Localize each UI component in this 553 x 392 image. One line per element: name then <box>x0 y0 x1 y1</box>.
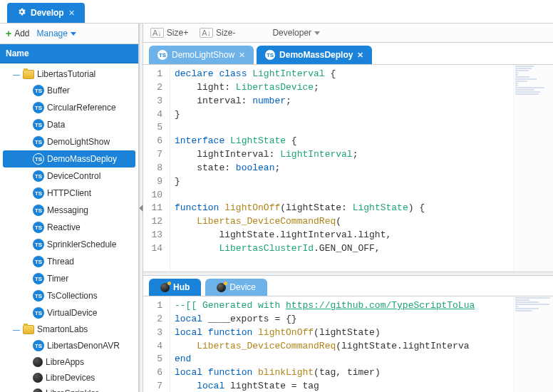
ts-icon: TS <box>33 340 44 351</box>
text-size-icon: A↓ <box>200 28 213 38</box>
tree-item[interactable]: TSSprinklerSchedule <box>0 236 138 253</box>
output-pane[interactable]: 1234567 --[[ Generated with https://gith… <box>143 296 553 392</box>
tree-item[interactable]: TSLibertasDenonAVR <box>0 337 138 354</box>
tree-item[interactable]: TSCircularReference <box>0 99 138 116</box>
size-minus-button[interactable]: A↓ Size- <box>200 28 235 38</box>
ts-icon: TS <box>33 256 44 267</box>
tree-item-label: Timer <box>47 274 68 284</box>
tab-label: DemoMassDeploy <box>279 50 353 60</box>
tree-item[interactable]: TSHTTPClient <box>0 185 138 202</box>
ts-icon: TS <box>33 187 44 199</box>
tree-item[interactable]: TSData <box>0 116 138 133</box>
ts-icon: TS <box>33 290 44 301</box>
folder-label: SmartonLabs <box>37 324 88 334</box>
tree-item[interactable]: LibreApps <box>0 354 138 370</box>
tree-item[interactable]: TSBuffer <box>0 82 138 99</box>
editor-tab[interactable]: TSDemoLightShow✕ <box>149 46 254 64</box>
ts-icon: TS <box>157 50 167 60</box>
tree-item-label: Thread <box>47 257 74 267</box>
tree-item-label: LibreApps <box>46 357 84 367</box>
tree-item-label: Messaging <box>47 205 88 215</box>
ts-icon: TS <box>33 102 44 113</box>
folder-icon <box>23 70 34 79</box>
chevron-down-icon <box>71 32 76 36</box>
file-tree[interactable]: —LibertasTutorialTSBufferTSCircularRefer… <box>0 63 138 392</box>
line-gutter: 1234567 <box>143 296 170 392</box>
tab-label: Hub <box>173 282 190 292</box>
tree-item-label: SprinklerSchedule <box>47 239 116 249</box>
ts-icon: TS <box>33 153 44 165</box>
ts-icon: TS <box>33 239 44 250</box>
close-icon[interactable]: ✕ <box>357 51 363 60</box>
tree-item-label: LibertasDenonAVR <box>47 341 120 351</box>
tree-item[interactable]: TSMessaging <box>0 202 138 219</box>
tree-item[interactable]: TSTimer <box>0 270 138 287</box>
output-tab-bar: HubDevice <box>143 276 553 296</box>
app-icon <box>33 373 43 383</box>
gear-icon <box>17 7 26 19</box>
add-label: Add <box>14 29 29 38</box>
sidebar-toolbar: + Add Manage <box>0 24 138 44</box>
tab-label: DemoLightShow <box>172 50 234 60</box>
minimap[interactable] <box>513 296 553 392</box>
tree-item[interactable]: TSThread <box>0 253 138 270</box>
tree-item-label: DeviceControl <box>47 171 100 181</box>
developer-menu[interactable]: Developer <box>272 28 320 38</box>
output-content[interactable]: --[[ Generated with https://github.com/T… <box>170 296 513 392</box>
ts-icon: TS <box>265 50 275 60</box>
ts-icon: TS <box>33 136 44 148</box>
sidebar: + Add Manage Name —LibertasTutorialTSBuf… <box>0 24 139 392</box>
text-size-icon: A↓ <box>150 28 164 38</box>
ts-icon: TS <box>33 307 44 319</box>
minimap[interactable] <box>513 65 553 272</box>
tree-folder[interactable]: —LibertasTutorial <box>0 66 138 82</box>
ts-icon: TS <box>33 205 44 216</box>
code-content[interactable]: declare class LightInterval { light: Lib… <box>170 65 513 272</box>
tree-item[interactable]: TSVirtualDevice <box>0 304 138 321</box>
collapse-icon[interactable]: — <box>13 71 20 78</box>
ts-icon: TS <box>33 85 44 96</box>
tree-item[interactable]: TSDemoLightShow <box>0 133 138 150</box>
editor-tab[interactable]: TSDemoMassDeploy✕ <box>257 46 372 64</box>
tab-label: Develop <box>31 8 64 18</box>
tree-item[interactable]: TSDemoMassDeploy <box>3 150 135 167</box>
tree-item-label: Data <box>47 120 65 130</box>
output-tab[interactable]: Hub <box>149 279 201 296</box>
tree-item-label: Buffer <box>47 86 70 96</box>
plus-icon: + <box>6 28 11 39</box>
sidebar-header[interactable]: Name <box>0 44 138 63</box>
output-tab[interactable]: Device <box>205 279 267 296</box>
tree-item[interactable]: LibreSprinkler <box>0 386 138 392</box>
editor-tab-bar: TSDemoLightShow✕TSDemoMassDeploy✕ <box>143 43 553 64</box>
ts-icon: TS <box>33 119 44 130</box>
app-icon <box>33 357 43 367</box>
tree-item[interactable]: LibreDevices <box>0 370 138 386</box>
code-editor[interactable]: 1234567891011121314 declare class LightI… <box>143 65 553 272</box>
tree-item[interactable]: TSTsCollections <box>0 287 138 304</box>
tree-item[interactable]: TSDeviceControl <box>0 167 138 185</box>
tree-item-label: VirtualDevice <box>47 308 97 318</box>
tree-item-label: LibreSprinkler <box>46 388 98 392</box>
tree-item-label: HTTPClient <box>47 188 91 198</box>
collapse-icon[interactable]: — <box>13 326 20 334</box>
tab-develop[interactable]: Develop ✕ <box>7 3 85 23</box>
top-tab-bar: Develop ✕ <box>0 0 553 24</box>
tree-folder[interactable]: —SmartonLabs <box>0 321 138 337</box>
tree-item-label: DemoLightShow <box>47 137 110 147</box>
editor-toolbar: A↓ Size+ A↓ Size- Developer <box>143 24 553 43</box>
app-icon <box>33 388 43 392</box>
tree-item-label: Reactive <box>47 222 81 232</box>
size-plus-button[interactable]: A↓ Size+ <box>150 28 188 38</box>
close-icon[interactable]: ✕ <box>68 9 75 18</box>
ts-icon: TS <box>33 273 44 284</box>
add-button[interactable]: + Add <box>6 28 30 39</box>
tree-item[interactable]: TSReactive <box>0 219 138 236</box>
manage-button[interactable]: Manage <box>37 29 76 38</box>
device-icon <box>160 283 170 292</box>
tab-label: Device <box>229 282 256 292</box>
close-icon[interactable]: ✕ <box>239 51 245 60</box>
editor-panel: A↓ Size+ A↓ Size- Developer TSDemoLightS… <box>143 24 553 392</box>
chevron-down-icon <box>314 31 320 35</box>
ts-icon: TS <box>33 170 44 182</box>
device-icon <box>217 283 226 292</box>
